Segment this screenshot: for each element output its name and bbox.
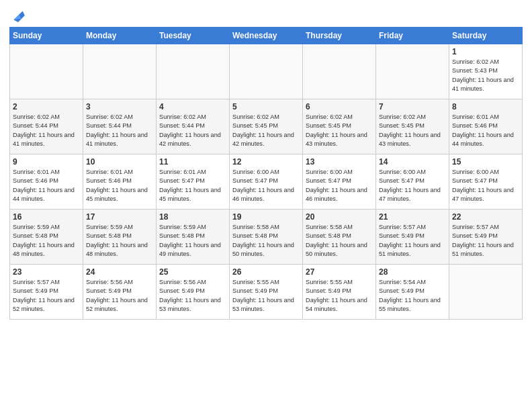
weekday-header-friday: Friday [376, 28, 449, 44]
day-info: Sunrise: 5:59 AM Sunset: 5:48 PM Dayligh… [86, 223, 153, 259]
calendar-cell: 25Sunrise: 5:56 AM Sunset: 5:49 PM Dayli… [157, 265, 230, 320]
day-info: Sunrise: 5:57 AM Sunset: 5:49 PM Dayligh… [452, 223, 519, 259]
calendar-cell: 6Sunrise: 6:02 AM Sunset: 5:45 PM Daylig… [303, 99, 376, 154]
logo-icon [11, 8, 26, 23]
calendar-cell: 22Sunrise: 5:57 AM Sunset: 5:49 PM Dayli… [449, 210, 523, 265]
day-number: 6 [306, 102, 373, 111]
day-number: 18 [159, 212, 226, 222]
calendar-week-row: 9Sunrise: 6:01 AM Sunset: 5:46 PM Daylig… [10, 154, 523, 210]
day-number: 28 [379, 267, 446, 277]
calendar-cell: 26Sunrise: 5:55 AM Sunset: 5:49 PM Dayli… [230, 265, 303, 320]
day-number: 25 [159, 267, 226, 277]
day-number: 7 [379, 102, 446, 111]
calendar-cell [303, 44, 376, 99]
day-info: Sunrise: 6:02 AM Sunset: 5:44 PM Dayligh… [86, 113, 153, 148]
day-number: 22 [452, 212, 519, 222]
day-info: Sunrise: 6:00 AM Sunset: 5:47 PM Dayligh… [306, 168, 373, 203]
day-number: 26 [232, 267, 300, 277]
day-info: Sunrise: 5:55 AM Sunset: 5:49 PM Dayligh… [232, 278, 300, 314]
calendar-cell: 14Sunrise: 6:00 AM Sunset: 5:47 PM Dayli… [376, 154, 449, 210]
calendar-cell: 9Sunrise: 6:01 AM Sunset: 5:46 PM Daylig… [10, 154, 83, 210]
day-number: 1 [452, 47, 519, 56]
day-info: Sunrise: 6:01 AM Sunset: 5:47 PM Dayligh… [159, 168, 226, 203]
day-info: Sunrise: 6:00 AM Sunset: 5:47 PM Dayligh… [232, 168, 300, 203]
day-number: 21 [379, 212, 446, 222]
day-number: 24 [86, 267, 153, 277]
day-number: 19 [232, 212, 300, 222]
day-info: Sunrise: 5:54 AM Sunset: 5:49 PM Dayligh… [379, 278, 446, 314]
day-info: Sunrise: 6:01 AM Sunset: 5:46 PM Dayligh… [13, 168, 80, 203]
day-info: Sunrise: 5:58 AM Sunset: 5:48 PM Dayligh… [306, 223, 373, 259]
day-info: Sunrise: 6:02 AM Sunset: 5:45 PM Dayligh… [379, 113, 446, 148]
calendar-cell: 13Sunrise: 6:00 AM Sunset: 5:47 PM Dayli… [303, 154, 376, 210]
day-number: 3 [86, 102, 153, 111]
day-number: 10 [86, 157, 153, 167]
calendar-cell: 3Sunrise: 6:02 AM Sunset: 5:44 PM Daylig… [83, 99, 157, 154]
logo [9, 9, 26, 23]
day-number: 15 [452, 157, 519, 167]
day-info: Sunrise: 5:59 AM Sunset: 5:48 PM Dayligh… [13, 223, 80, 259]
calendar-cell: 4Sunrise: 6:02 AM Sunset: 5:44 PM Daylig… [157, 99, 230, 154]
calendar-cell: 19Sunrise: 5:58 AM Sunset: 5:48 PM Dayli… [230, 210, 303, 265]
page: SundayMondayTuesdayWednesdayThursdayFrid… [0, 0, 532, 326]
calendar-cell: 10Sunrise: 6:01 AM Sunset: 5:46 PM Dayli… [83, 154, 157, 210]
calendar-cell: 24Sunrise: 5:56 AM Sunset: 5:49 PM Dayli… [83, 265, 157, 320]
calendar-week-row: 1Sunrise: 6:02 AM Sunset: 5:43 PM Daylig… [10, 44, 523, 99]
calendar-cell: 2Sunrise: 6:02 AM Sunset: 5:44 PM Daylig… [10, 99, 83, 154]
calendar-cell: 11Sunrise: 6:01 AM Sunset: 5:47 PM Dayli… [157, 154, 230, 210]
calendar-cell: 23Sunrise: 5:57 AM Sunset: 5:49 PM Dayli… [10, 265, 83, 320]
calendar-cell: 15Sunrise: 6:00 AM Sunset: 5:47 PM Dayli… [449, 154, 523, 210]
calendar-week-row: 23Sunrise: 5:57 AM Sunset: 5:49 PM Dayli… [10, 265, 523, 320]
calendar-cell: 17Sunrise: 5:59 AM Sunset: 5:48 PM Dayli… [83, 210, 157, 265]
calendar-cell: 21Sunrise: 5:57 AM Sunset: 5:49 PM Dayli… [376, 210, 449, 265]
day-info: Sunrise: 5:57 AM Sunset: 5:49 PM Dayligh… [13, 278, 80, 314]
calendar-cell: 12Sunrise: 6:00 AM Sunset: 5:47 PM Dayli… [230, 154, 303, 210]
day-number: 16 [13, 212, 80, 222]
day-number: 27 [306, 267, 373, 277]
weekday-header-saturday: Saturday [449, 28, 523, 44]
day-number: 17 [86, 212, 153, 222]
header [9, 7, 523, 23]
weekday-header-thursday: Thursday [303, 28, 376, 44]
weekday-header-wednesday: Wednesday [230, 28, 303, 44]
calendar-table: SundayMondayTuesdayWednesdayThursdayFrid… [9, 27, 523, 320]
weekday-header-monday: Monday [83, 28, 157, 44]
day-info: Sunrise: 5:55 AM Sunset: 5:49 PM Dayligh… [306, 278, 373, 314]
calendar-week-row: 2Sunrise: 6:02 AM Sunset: 5:44 PM Daylig… [10, 99, 523, 154]
calendar-cell: 5Sunrise: 6:02 AM Sunset: 5:45 PM Daylig… [230, 99, 303, 154]
calendar-cell [376, 44, 449, 99]
day-number: 9 [13, 157, 80, 167]
day-number: 13 [306, 157, 373, 167]
calendar-week-row: 16Sunrise: 5:59 AM Sunset: 5:48 PM Dayli… [10, 210, 523, 265]
day-number: 8 [452, 102, 519, 111]
day-info: Sunrise: 6:02 AM Sunset: 5:45 PM Dayligh… [306, 113, 373, 148]
calendar-cell: 7Sunrise: 6:02 AM Sunset: 5:45 PM Daylig… [376, 99, 449, 154]
day-number: 5 [232, 102, 300, 111]
weekday-header-sunday: Sunday [10, 28, 83, 44]
day-info: Sunrise: 6:01 AM Sunset: 5:46 PM Dayligh… [452, 113, 519, 148]
day-number: 12 [232, 157, 300, 167]
day-number: 2 [13, 102, 80, 111]
calendar-cell [230, 44, 303, 99]
day-info: Sunrise: 5:59 AM Sunset: 5:48 PM Dayligh… [159, 223, 226, 259]
calendar-cell: 27Sunrise: 5:55 AM Sunset: 5:49 PM Dayli… [303, 265, 376, 320]
day-info: Sunrise: 6:00 AM Sunset: 5:47 PM Dayligh… [452, 168, 519, 203]
day-info: Sunrise: 5:56 AM Sunset: 5:49 PM Dayligh… [159, 278, 226, 314]
day-info: Sunrise: 5:56 AM Sunset: 5:49 PM Dayligh… [86, 278, 153, 314]
calendar-cell: 8Sunrise: 6:01 AM Sunset: 5:46 PM Daylig… [449, 99, 523, 154]
day-number: 20 [306, 212, 373, 222]
day-info: Sunrise: 6:02 AM Sunset: 5:45 PM Dayligh… [232, 113, 300, 148]
day-info: Sunrise: 6:01 AM Sunset: 5:46 PM Dayligh… [86, 168, 153, 203]
day-info: Sunrise: 6:02 AM Sunset: 5:44 PM Dayligh… [13, 113, 80, 148]
calendar-header-row: SundayMondayTuesdayWednesdayThursdayFrid… [10, 28, 523, 44]
day-number: 14 [379, 157, 446, 167]
day-info: Sunrise: 6:02 AM Sunset: 5:44 PM Dayligh… [159, 113, 226, 148]
day-number: 4 [159, 102, 226, 111]
calendar-cell: 1Sunrise: 6:02 AM Sunset: 5:43 PM Daylig… [449, 44, 523, 99]
calendar-cell [83, 44, 157, 99]
day-info: Sunrise: 6:02 AM Sunset: 5:43 PM Dayligh… [452, 58, 519, 93]
calendar-cell [10, 44, 83, 99]
day-number: 11 [159, 157, 226, 167]
weekday-header-tuesday: Tuesday [157, 28, 230, 44]
day-info: Sunrise: 5:58 AM Sunset: 5:48 PM Dayligh… [232, 223, 300, 259]
